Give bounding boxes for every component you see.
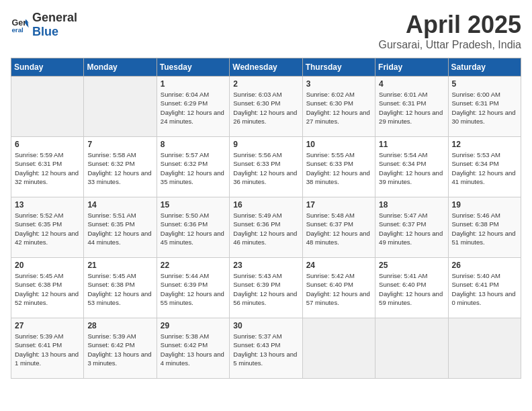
daylight-text: Daylight: 12 hours and 32 minutes.	[15, 169, 79, 185]
weekday-header-monday: Monday	[84, 58, 157, 77]
day-number: 2	[233, 79, 298, 89]
day-cell: 20 Sunrise: 5:45 AM Sunset: 6:38 PM Dayl…	[11, 258, 84, 318]
daylight-text: Daylight: 12 hours and 41 minutes.	[452, 169, 516, 185]
sunrise-text: Sunrise: 5:45 AM	[87, 272, 136, 279]
day-number: 18	[379, 200, 444, 210]
sunrise-text: Sunrise: 5:46 AM	[452, 212, 500, 219]
day-info: Sunrise: 5:39 AM Sunset: 6:42 PM Dayligh…	[87, 332, 152, 367]
daylight-text: Daylight: 12 hours and 29 minutes.	[379, 109, 443, 125]
day-info: Sunrise: 5:57 AM Sunset: 6:32 PM Dayligh…	[161, 150, 226, 186]
sunrise-text: Sunrise: 5:43 AM	[233, 272, 281, 279]
header-row: SundayMondayTuesdayWednesdayThursdayFrid…	[11, 58, 521, 77]
sunset-text: Sunset: 6:32 PM	[87, 160, 134, 167]
week-row-4: 20 Sunrise: 5:45 AM Sunset: 6:38 PM Dayl…	[11, 258, 521, 318]
sunset-text: Sunset: 6:39 PM	[233, 281, 280, 288]
sunrise-text: Sunrise: 5:41 AM	[379, 272, 427, 279]
sunrise-text: Sunrise: 5:49 AM	[233, 212, 281, 219]
daylight-text: Daylight: 12 hours and 27 minutes.	[306, 109, 370, 125]
sunset-text: Sunset: 6:35 PM	[87, 220, 134, 228]
day-cell: 15 Sunrise: 5:50 AM Sunset: 6:36 PM Dayl…	[157, 197, 229, 258]
sunrise-text: Sunrise: 5:54 AM	[379, 151, 427, 158]
logo-wordmark: General Blue	[32, 11, 77, 39]
day-cell: 10 Sunrise: 5:55 AM Sunset: 6:33 PM Dayl…	[302, 137, 375, 197]
weekday-header-friday: Friday	[375, 58, 448, 77]
sunrise-text: Sunrise: 6:03 AM	[233, 91, 281, 98]
day-cell: 8 Sunrise: 5:57 AM Sunset: 6:32 PM Dayli…	[157, 137, 229, 197]
day-cell: 9 Sunrise: 5:56 AM Sunset: 6:33 PM Dayli…	[230, 137, 302, 197]
sunset-text: Sunset: 6:36 PM	[161, 220, 208, 228]
sunset-text: Sunset: 6:39 PM	[161, 281, 208, 288]
day-number: 12	[452, 140, 517, 149]
day-cell: 13 Sunrise: 5:52 AM Sunset: 6:35 PM Dayl…	[11, 197, 84, 258]
day-number: 8	[161, 140, 226, 149]
sunset-text: Sunset: 6:38 PM	[87, 281, 134, 288]
day-number: 16	[233, 200, 298, 210]
day-info: Sunrise: 6:00 AM Sunset: 6:31 PM Dayligh…	[452, 90, 517, 126]
calendar-table: SundayMondayTuesdayWednesdayThursdayFrid…	[11, 58, 521, 379]
day-info: Sunrise: 5:43 AM Sunset: 6:39 PM Dayligh…	[233, 271, 298, 307]
day-number: 1	[161, 79, 226, 89]
sunrise-text: Sunrise: 5:45 AM	[15, 272, 63, 279]
day-number: 14	[87, 200, 152, 210]
day-info: Sunrise: 5:58 AM Sunset: 6:32 PM Dayligh…	[87, 150, 152, 186]
sunset-text: Sunset: 6:43 PM	[233, 341, 280, 349]
day-cell: 21 Sunrise: 5:45 AM Sunset: 6:38 PM Dayl…	[84, 258, 157, 318]
day-info: Sunrise: 5:51 AM Sunset: 6:35 PM Dayligh…	[87, 211, 152, 246]
day-number: 13	[15, 200, 80, 210]
daylight-text: Daylight: 12 hours and 30 minutes.	[452, 109, 516, 125]
sunrise-text: Sunrise: 5:56 AM	[233, 151, 281, 158]
logo-icon: Gen eral	[11, 15, 30, 34]
sunrise-text: Sunrise: 5:40 AM	[452, 272, 500, 279]
day-info: Sunrise: 5:56 AM Sunset: 6:33 PM Dayligh…	[233, 150, 298, 186]
day-cell: 30 Sunrise: 5:37 AM Sunset: 6:43 PM Dayl…	[230, 318, 302, 379]
daylight-text: Daylight: 13 hours and 0 minutes.	[452, 290, 516, 306]
sunset-text: Sunset: 6:40 PM	[379, 281, 426, 288]
weekday-header-wednesday: Wednesday	[230, 58, 302, 77]
sunset-text: Sunset: 6:31 PM	[379, 99, 426, 107]
sunrise-text: Sunrise: 5:59 AM	[15, 151, 63, 158]
sunset-text: Sunset: 6:31 PM	[15, 160, 62, 167]
week-row-3: 13 Sunrise: 5:52 AM Sunset: 6:35 PM Dayl…	[11, 197, 521, 258]
sunset-text: Sunset: 6:34 PM	[452, 160, 499, 167]
week-row-1: 1 Sunrise: 6:04 AM Sunset: 6:29 PM Dayli…	[11, 77, 521, 137]
day-info: Sunrise: 5:41 AM Sunset: 6:40 PM Dayligh…	[379, 271, 444, 307]
day-cell: 19 Sunrise: 5:46 AM Sunset: 6:38 PM Dayl…	[448, 197, 521, 258]
sunset-text: Sunset: 6:30 PM	[306, 99, 353, 107]
day-cell: 6 Sunrise: 5:59 AM Sunset: 6:31 PM Dayli…	[11, 137, 84, 197]
day-cell: 17 Sunrise: 5:48 AM Sunset: 6:37 PM Dayl…	[302, 197, 375, 258]
sunset-text: Sunset: 6:36 PM	[233, 220, 280, 228]
day-info: Sunrise: 6:02 AM Sunset: 6:30 PM Dayligh…	[306, 90, 371, 126]
day-number: 20	[15, 261, 80, 270]
day-cell: 16 Sunrise: 5:49 AM Sunset: 6:36 PM Dayl…	[230, 197, 302, 258]
sunrise-text: Sunrise: 6:01 AM	[379, 91, 427, 98]
daylight-text: Daylight: 12 hours and 53 minutes.	[87, 290, 151, 306]
daylight-text: Daylight: 13 hours and 4 minutes.	[161, 351, 224, 367]
day-info: Sunrise: 5:55 AM Sunset: 6:33 PM Dayligh…	[306, 150, 371, 186]
sunset-text: Sunset: 6:42 PM	[87, 341, 134, 349]
day-info: Sunrise: 5:54 AM Sunset: 6:34 PM Dayligh…	[379, 150, 444, 186]
day-number: 15	[161, 200, 226, 210]
day-cell: 23 Sunrise: 5:43 AM Sunset: 6:39 PM Dayl…	[230, 258, 302, 318]
sunrise-text: Sunrise: 5:50 AM	[161, 212, 209, 219]
sunset-text: Sunset: 6:37 PM	[306, 220, 353, 228]
sunset-text: Sunset: 6:29 PM	[161, 99, 208, 107]
day-cell: 5 Sunrise: 6:00 AM Sunset: 6:31 PM Dayli…	[448, 77, 521, 137]
daylight-text: Daylight: 12 hours and 45 minutes.	[161, 230, 224, 246]
daylight-text: Daylight: 12 hours and 44 minutes.	[87, 230, 151, 246]
sunset-text: Sunset: 6:41 PM	[452, 281, 499, 288]
day-info: Sunrise: 5:52 AM Sunset: 6:35 PM Dayligh…	[15, 211, 80, 246]
day-number: 11	[379, 140, 444, 149]
logo-general: General	[32, 11, 77, 24]
daylight-text: Daylight: 13 hours and 5 minutes.	[233, 351, 297, 367]
daylight-text: Daylight: 12 hours and 55 minutes.	[161, 290, 224, 306]
sunrise-text: Sunrise: 5:42 AM	[306, 272, 355, 279]
day-info: Sunrise: 6:04 AM Sunset: 6:29 PM Dayligh…	[161, 90, 226, 126]
sunset-text: Sunset: 6:35 PM	[15, 220, 62, 228]
sunset-text: Sunset: 6:33 PM	[306, 160, 353, 167]
sunset-text: Sunset: 6:40 PM	[306, 281, 353, 288]
sunset-text: Sunset: 6:33 PM	[233, 160, 280, 167]
logo-blue: Blue	[32, 25, 58, 38]
sunset-text: Sunset: 6:34 PM	[379, 160, 426, 167]
title-area: April 2025 Gursarai, Uttar Pradesh, Indi…	[378, 11, 521, 51]
day-number: 6	[15, 140, 80, 149]
